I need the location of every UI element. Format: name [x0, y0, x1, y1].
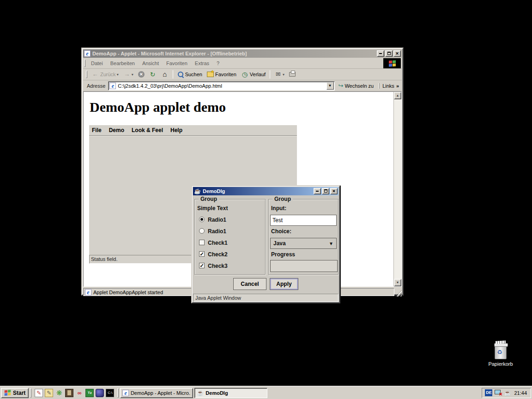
- quicklaunch-book-icon[interactable]: [65, 389, 73, 397]
- tray-java-icon[interactable]: ☕: [504, 390, 511, 396]
- quicklaunch-editor-icon[interactable]: ✎: [35, 389, 43, 397]
- menu-favoriten[interactable]: Favoriten: [163, 59, 191, 67]
- mail-dropdown-icon[interactable]: ▾: [283, 73, 284, 77]
- quicklaunch-console-icon[interactable]: C:\: [106, 389, 114, 397]
- address-dropdown-button[interactable]: ▼: [326, 82, 334, 90]
- ie-icon: e: [84, 50, 91, 57]
- dialog-close-button[interactable]: ✕: [330, 188, 338, 194]
- radio1-label[interactable]: Radio1: [208, 217, 226, 223]
- search-icon: [177, 71, 184, 78]
- task-button-demoapp[interactable]: e DemoApp - Applet - Micro...: [120, 388, 193, 398]
- forward-arrow-icon: →: [123, 71, 131, 78]
- language-indicator[interactable]: DE: [485, 389, 492, 396]
- forward-button[interactable]: → ▾: [121, 70, 136, 79]
- check1-checkbox[interactable]: [199, 240, 205, 245]
- favorites-button[interactable]: Favoriten: [205, 71, 239, 78]
- demodlg-title: DemoDlg: [203, 188, 313, 194]
- start-button[interactable]: Start: [1, 388, 29, 398]
- quicklaunch-globe-icon[interactable]: [96, 389, 104, 397]
- ie-titlebar[interactable]: e DemoApp - Applet - Microsoft Internet …: [83, 49, 402, 58]
- go-button[interactable]: ↪ Wechseln zu: [335, 82, 378, 89]
- toolbar-grab-handle[interactable]: [86, 71, 87, 78]
- check2-label[interactable]: Check2: [208, 251, 228, 258]
- applet-menu-lookandfeel[interactable]: Look & Feel: [132, 127, 163, 133]
- cancel-button[interactable]: Cancel: [233, 278, 266, 290]
- quicklaunch-shapes-icon[interactable]: ∞: [75, 389, 84, 397]
- menubar-grab-handle[interactable]: [84, 60, 85, 67]
- quicklaunch-bug-icon[interactable]: ❋: [55, 389, 63, 397]
- applet-menu-demo[interactable]: Demo: [109, 127, 124, 133]
- page-icon: e: [109, 83, 116, 89]
- menu-hilfe[interactable]: ?: [213, 59, 223, 67]
- history-button[interactable]: ◷ Verlauf: [239, 70, 268, 79]
- ie-toolbar: ← Zurück ▾ → ▾ ✕ ↻ ⌂ Suchen: [83, 69, 402, 80]
- maximize-icon: [324, 189, 327, 193]
- apply-button[interactable]: Apply: [270, 278, 298, 290]
- back-button[interactable]: ← Zurück ▾: [89, 70, 121, 79]
- toolbar-separator: [173, 70, 173, 79]
- radio1-selected[interactable]: [199, 217, 205, 222]
- group-left-title: Group: [199, 196, 219, 202]
- home-button[interactable]: ⌂: [159, 70, 171, 79]
- dialog-minimize-button[interactable]: [314, 188, 321, 194]
- resize-grip[interactable]: [395, 290, 402, 296]
- address-input[interactable]: e C:\j2sdk1.4.2_03\prj\DemoApp\DemoApp.h…: [108, 81, 334, 91]
- quicklaunch-notes-icon[interactable]: ✎: [45, 389, 53, 397]
- java-applet-warning-banner: Java Applet Window: [193, 294, 339, 302]
- scroll-down-button[interactable]: ▼: [394, 279, 401, 286]
- vertical-scrollbar[interactable]: ▲ ▼: [393, 92, 401, 286]
- quicklaunch-terminal-green-icon[interactable]: Tz: [85, 389, 94, 397]
- search-label: Suchen: [185, 72, 202, 77]
- menu-ansicht[interactable]: Ansicht: [139, 59, 163, 67]
- system-tray: DE ✕ ☕ 21:44: [482, 388, 531, 398]
- check3-checkbox[interactable]: ✓: [199, 263, 205, 268]
- menu-extras[interactable]: Extras: [191, 59, 213, 67]
- check2-checkbox[interactable]: ✓: [199, 251, 205, 257]
- taskbar-handle[interactable]: [117, 388, 119, 398]
- network-disconnected-icon[interactable]: ✕: [495, 390, 502, 396]
- close-button[interactable]: ✕: [393, 50, 401, 57]
- stop-button[interactable]: ✕: [136, 70, 147, 79]
- back-label: Zurück: [100, 72, 116, 77]
- input-label: Input:: [271, 205, 286, 212]
- demodlg-titlebar[interactable]: ☕ DemoDlg ✕: [193, 187, 339, 195]
- home-icon: ⌂: [161, 71, 169, 78]
- refresh-button[interactable]: ↻: [147, 70, 159, 79]
- java-cup-icon: ☕: [194, 188, 201, 194]
- mail-button[interactable]: ✉ ▾: [272, 70, 287, 79]
- print-button[interactable]: [287, 71, 298, 78]
- stop-icon: ✕: [138, 71, 145, 78]
- task-button-demodlg[interactable]: ☕ DemoDlg: [194, 388, 267, 398]
- maximize-icon: [387, 52, 391, 55]
- links-bar[interactable]: Links »: [379, 83, 401, 89]
- back-dropdown-icon[interactable]: ▾: [117, 73, 119, 77]
- radio2-label[interactable]: Radio1: [208, 228, 226, 235]
- recycle-bin-label[interactable]: Papierkorb: [484, 361, 517, 367]
- check3-label[interactable]: Check3: [208, 263, 228, 269]
- minimize-button[interactable]: [377, 50, 384, 57]
- taskbar-clock[interactable]: 21:44: [513, 390, 528, 396]
- scroll-up-button[interactable]: ▲: [394, 92, 401, 99]
- simple-text-label: Simple Text: [197, 205, 228, 212]
- applet-menu-help[interactable]: Help: [170, 127, 182, 133]
- input-field[interactable]: [270, 215, 337, 226]
- taskbar-handle[interactable]: [30, 388, 31, 398]
- dialog-maximize-button[interactable]: [322, 188, 329, 194]
- desktop: e DemoApp - Applet - Microsoft Internet …: [0, 0, 532, 399]
- windows-logo-icon: [389, 60, 396, 66]
- progress-label: Progress: [271, 251, 295, 258]
- forward-dropdown-icon[interactable]: ▾: [132, 73, 133, 77]
- menu-bearbeiten[interactable]: Bearbeiten: [107, 59, 139, 67]
- menu-datei[interactable]: Datei: [87, 59, 107, 67]
- check1-label[interactable]: Check1: [208, 240, 228, 246]
- demodlg-window: ☕ DemoDlg ✕ Group Simple Text Radio1 Rad…: [191, 185, 340, 303]
- recycle-bin-icon[interactable]: ♻: [495, 345, 507, 359]
- address-value[interactable]: C:\j2sdk1.4.2_03\prj\DemoApp\DemoApp.htm…: [118, 83, 326, 89]
- choice-dropdown[interactable]: Java ▼: [270, 238, 337, 249]
- recycle-bin[interactable]: ♻ Papierkorb: [484, 345, 517, 367]
- radio2-unselected[interactable]: [199, 228, 205, 234]
- applet-menu-file[interactable]: File: [92, 127, 102, 133]
- search-button[interactable]: Suchen: [175, 70, 205, 79]
- start-label: Start: [13, 390, 25, 396]
- maximize-button[interactable]: [385, 50, 393, 57]
